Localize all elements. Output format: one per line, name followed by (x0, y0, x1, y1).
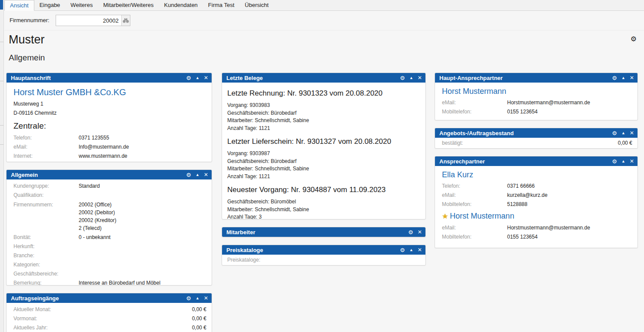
field-label: Vormonat: (13, 314, 79, 323)
document-line: Anzahl Tage: 3 (227, 213, 420, 219)
field-value: www.mustermann.de (79, 152, 127, 161)
collapse-icon[interactable]: ▲ (196, 296, 199, 300)
document-heading: Neuester Vorgang: Nr. 9304887 vom 11.09.… (227, 184, 420, 196)
panel-header-allgemein[interactable]: Allgemein ⚙ ▲ ✕ (7, 170, 212, 179)
tab-ansicht[interactable]: Ansicht (4, 0, 34, 11)
tab-weiteres[interactable]: Weiteres (65, 0, 98, 10)
splitter-handle[interactable] (0, 81, 3, 81)
tab-kundendaten[interactable]: Kundendaten (159, 0, 203, 10)
document-line: Geschäftsbereich: Büromöbel (227, 198, 420, 206)
collapse-icon[interactable]: ▲ (196, 76, 199, 80)
close-icon[interactable]: ✕ (204, 75, 208, 80)
contact-name-link-starred[interactable]: ★Horst Mustermann (442, 210, 632, 222)
close-icon[interactable]: ✕ (204, 172, 208, 177)
gear-icon[interactable]: ⚙ (400, 247, 405, 253)
document-line: Anzahl Tage: 1121 (227, 125, 420, 133)
binoculars-icon (123, 18, 129, 23)
field-row: Kundengruppe: Standard (13, 182, 206, 191)
collapse-icon[interactable]: ▲ (621, 159, 625, 163)
field-row: Firmennummern: 20002 (Office) 20002 (Deb… (13, 200, 206, 233)
address-line: Musterweg 1 (13, 100, 206, 109)
page-settings-gear-icon[interactable]: ⚙ (631, 35, 637, 43)
collapse-icon[interactable]: ▲ (409, 248, 413, 252)
field-label: Bemerkung: (13, 279, 79, 286)
field-label: Kundengruppe: (13, 182, 79, 191)
panel-header-angebots-auftragsbestand[interactable]: Angebots-/Auftragsbestand ⚙ ▲ ✕ (435, 128, 637, 138)
gear-icon[interactable]: ⚙ (186, 172, 191, 178)
contact-name-link[interactable]: Ella Kurz (442, 169, 632, 181)
field-value: 0155 123654 (507, 232, 538, 242)
close-icon[interactable]: ✕ (630, 159, 634, 164)
field-row: Internet: www.mustermann.de (13, 152, 206, 161)
close-icon[interactable]: ✕ (418, 247, 422, 252)
panel-header-preiskataloge[interactable]: Preiskataloge ⚙ ▲ ✕ (222, 245, 425, 255)
contact-name-link[interactable]: Horst Mustermann (442, 85, 632, 97)
panel-header-haupt-ansprechpartner[interactable]: Haupt-Ansprechpartner ⚙ ▲ ✕ (435, 73, 637, 83)
field-row: Telefon: 0371 66666 (442, 182, 632, 191)
firmennummer-input[interactable] (56, 15, 121, 26)
firmennummer-label: Firmennummer: (10, 17, 50, 23)
close-icon[interactable]: ✕ (204, 295, 208, 301)
field-label: Telefon: (13, 133, 79, 143)
gear-icon[interactable]: ⚙ (408, 229, 413, 235)
gear-icon[interactable]: ⚙ (186, 295, 191, 301)
collapse-icon[interactable]: ▲ (621, 76, 625, 80)
column-left: Hauptanschrift ⚙ ▲ ✕ Horst Muster GMBH &… (6, 73, 212, 332)
field-row: Mobiltelefon: 5128888 (442, 200, 632, 209)
gear-icon[interactable]: ⚙ (612, 75, 617, 81)
field-value: Info@mustermann.de (79, 143, 129, 152)
collapse-icon[interactable]: ▲ (409, 76, 413, 80)
app-window: Ansicht Eingabe Weiteres Mitarbeiter/Wei… (0, 0, 644, 332)
close-icon[interactable]: ✕ (418, 229, 422, 235)
document-section: Letzte Rechnung: Nr. 9301323 vom 20.08.2… (227, 88, 420, 132)
search-button[interactable] (121, 15, 130, 26)
left-splitter-rail[interactable] (0, 0, 4, 332)
panel-title: Auftragseingänge (11, 295, 186, 302)
column-middle: Letzte Belege ⚙ ▲ ✕ Letzte Rechnung: Nr.… (222, 73, 426, 266)
field-label: Mobiltelefon: (442, 200, 507, 209)
field-label: bestätigt: (442, 139, 507, 148)
panel-header-mitarbeiter[interactable]: Mitarbeiter ⚙ ✕ (222, 227, 425, 237)
panel-haupt-ansprechpartner: Haupt-Ansprechpartner ⚙ ▲ ✕ Horst Muster… (435, 73, 638, 120)
field-row: bestätigt: 0,00 € (442, 139, 632, 148)
gear-icon[interactable]: ⚙ (400, 75, 405, 81)
tab-firma-test[interactable]: Firma Test (203, 0, 239, 10)
company-name-link[interactable]: Horst Muster GMBH &Co.KG (13, 86, 206, 99)
page-subtitle: Allgemein (9, 53, 45, 63)
tab-uebersicht[interactable]: Übersicht (239, 0, 274, 10)
field-label: Qualifikation: (13, 191, 79, 200)
collapse-icon[interactable]: ▲ (621, 131, 625, 135)
panel-header-auftragseingaenge[interactable]: Auftragseingänge ⚙ ▲ ✕ (7, 293, 212, 303)
field-label: Aktueller Monat: (13, 305, 79, 314)
splitter-handle[interactable] (0, 144, 3, 145)
gear-icon[interactable]: ⚙ (612, 159, 617, 164)
panel-header-letzte-belege[interactable]: Letzte Belege ⚙ ▲ ✕ (222, 73, 425, 83)
tab-eingabe[interactable]: Eingabe (34, 0, 66, 10)
field-label: Preiskataloge: (227, 256, 292, 265)
field-value: Interesse an Bürobedarf und Möbel (79, 279, 160, 286)
gear-icon[interactable]: ⚙ (612, 130, 617, 136)
panel-header-ansprechpartner[interactable]: Ansprechpartner ⚙ ▲ ✕ (435, 156, 637, 166)
document-line: Geschäftsbereich: Bürobedarf (227, 158, 420, 166)
field-label: Firmennummern: (13, 201, 79, 232)
field-row: Aktuelles Jahr: 0,00 € (13, 323, 206, 332)
panel-auftragseingaenge: Auftragseingänge ⚙ ▲ ✕ Aktueller Monat: … (6, 293, 212, 332)
field-value: 0155 123654 (507, 107, 538, 116)
field-label: eMail: (442, 98, 507, 107)
field-value: 5128888 (507, 200, 528, 209)
close-icon[interactable]: ✕ (630, 130, 634, 136)
splitter-handle[interactable] (0, 125, 3, 126)
close-icon[interactable]: ✕ (630, 75, 634, 80)
close-icon[interactable]: ✕ (418, 75, 422, 80)
gear-icon[interactable]: ⚙ (186, 75, 191, 81)
field-row: Mobiltelefon: 0155 123654 (442, 232, 632, 242)
document-line: Mitarbeiter: Schnellschmidt, Sabine (227, 206, 420, 214)
zentrale-heading: Zentrale: (13, 120, 206, 132)
collapse-icon[interactable]: ▲ (196, 173, 199, 177)
panel-header-hauptanschrift[interactable]: Hauptanschrift ⚙ ▲ ✕ (7, 73, 212, 83)
tab-mitarbeiter-weiteres[interactable]: Mitarbeiter/Weiteres (98, 0, 159, 10)
panel-mitarbeiter: Mitarbeiter ⚙ ✕ (222, 227, 426, 237)
splitter-handle[interactable] (0, 42, 3, 42)
field-value: 0,00 € (79, 305, 206, 314)
firmennummer-field-group (56, 15, 130, 26)
